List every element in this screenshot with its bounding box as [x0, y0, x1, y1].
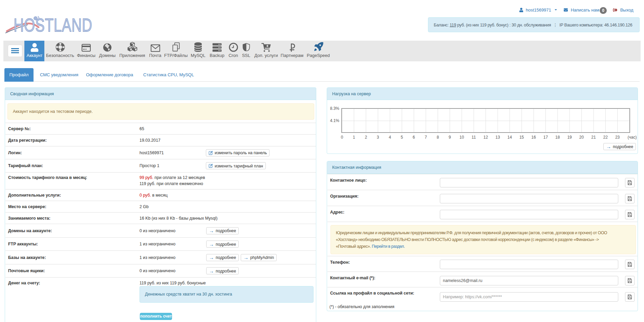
svg-text:HOSTLAND: HOSTLAND	[14, 15, 92, 35]
